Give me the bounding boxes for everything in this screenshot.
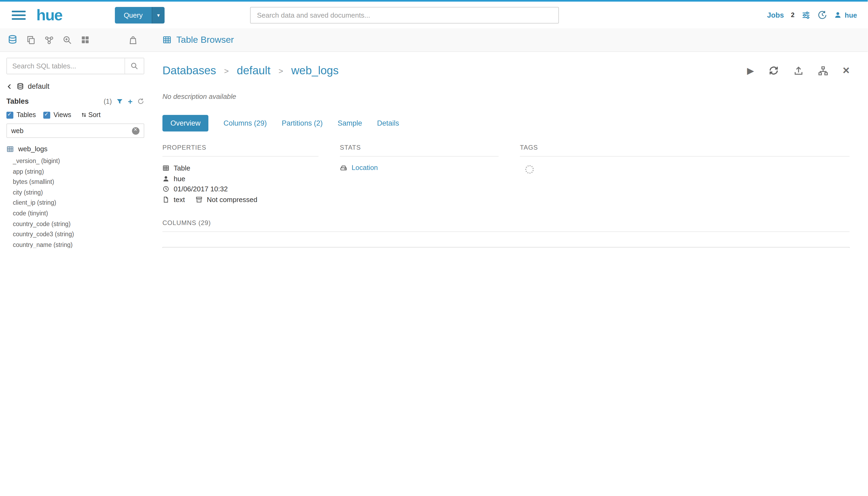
tables-count: (1) (104, 97, 112, 105)
property-owner-value: hue (174, 173, 185, 184)
property-owner: hue (162, 173, 318, 184)
tab-details[interactable]: Details (377, 119, 399, 127)
global-search-input[interactable] (250, 7, 559, 23)
app-title: Table Browser (151, 34, 234, 45)
property-compression-value: Not compressed (207, 194, 257, 205)
column-list-item[interactable]: bytes (smallint) (13, 177, 144, 187)
page: hue Query ▾ Jobs 2 hue (0, 0, 868, 248)
history-icon[interactable] (818, 10, 827, 20)
table-list-item[interactable]: web_logs (6, 145, 144, 153)
user-icon (834, 11, 841, 19)
database-breadcrumb[interactable]: default (6, 82, 144, 90)
table-actions: ▶ × (747, 65, 850, 76)
column-list-item[interactable]: _version_ (bigint) (13, 156, 144, 167)
tab-bar: Overview Columns (29) Partitions (2) Sam… (162, 115, 850, 131)
location-label[interactable]: Location (351, 164, 378, 172)
sort-toggle[interactable]: Sort (81, 111, 101, 119)
stats-section: STATS Location (340, 144, 499, 205)
columns-header-type: Type (329, 247, 446, 248)
columns-header-name: Name (201, 247, 329, 248)
column-list-item[interactable]: country_code3 (string) (13, 229, 144, 240)
refresh-icon[interactable] (768, 65, 779, 76)
filter-funnel-icon[interactable] (116, 98, 123, 105)
sliders-icon[interactable] (802, 11, 810, 19)
breadcrumb: Databases > default > web_logs ▶ (162, 64, 850, 77)
tables-label: Tables (6, 97, 29, 105)
lineage-icon[interactable] (818, 65, 828, 76)
tables-checkbox[interactable] (6, 111, 13, 119)
query-button[interactable]: Query ▾ (115, 7, 164, 23)
breadcrumb-separator: > (224, 66, 229, 75)
property-format: text Not compressed (162, 194, 318, 205)
property-created: 01/06/2017 10:32 (162, 184, 318, 194)
clock-icon (162, 186, 169, 193)
query-button-label[interactable]: Query (115, 7, 152, 23)
table-search-button[interactable] (125, 58, 144, 74)
column-list-item[interactable]: app (string) (13, 167, 144, 177)
main-content: Databases > default > web_logs ▶ (151, 52, 868, 248)
upload-icon[interactable] (793, 65, 804, 76)
jobs-link[interactable]: Jobs (767, 11, 784, 19)
database-icon[interactable] (7, 35, 18, 45)
clear-filter-icon[interactable] (132, 127, 140, 135)
jobs-count-badge: 2 (791, 11, 794, 19)
documents-icon[interactable] (26, 35, 36, 45)
caret-down-icon[interactable]: ▾ (152, 7, 164, 23)
table-name[interactable]: web_logs (18, 145, 48, 153)
hamburger-menu-icon[interactable] (12, 8, 26, 22)
magnifier-icon (130, 62, 138, 70)
views-checkbox[interactable] (43, 111, 50, 119)
table-search-input[interactable] (7, 58, 125, 74)
hdd-icon (340, 164, 347, 171)
table-filter-input[interactable] (11, 127, 132, 135)
workflow-icon[interactable] (44, 35, 54, 45)
apps-grid-icon[interactable] (81, 35, 90, 44)
assist-icon-bar (0, 35, 151, 45)
column-list-item[interactable]: city (string) (13, 188, 144, 198)
user-icon (162, 175, 169, 182)
stats-heading: STATS (340, 144, 499, 157)
column-list-item[interactable]: country_code (string) (13, 219, 144, 229)
breadcrumb-database[interactable]: default (237, 64, 270, 77)
hue-logo[interactable]: hue (36, 6, 62, 24)
property-format-value: text (174, 194, 185, 205)
breadcrumb-databases[interactable]: Databases (162, 64, 216, 77)
chevron-left-icon[interactable] (6, 83, 13, 90)
column-list-item[interactable]: code (tinyint) (13, 208, 144, 219)
table-search-group (6, 58, 144, 74)
sub-header: Table Browser (0, 28, 868, 52)
search-plus-icon[interactable] (63, 35, 72, 45)
table-icon (162, 165, 169, 172)
user-menu[interactable]: hue (834, 11, 857, 19)
refresh-small-icon[interactable] (137, 98, 144, 105)
tab-sample[interactable]: Sample (338, 119, 362, 127)
topbar-right: Jobs 2 hue (767, 10, 860, 20)
table-filter-row: Tables Views Sort (6, 111, 144, 119)
close-icon[interactable]: × (842, 65, 850, 76)
loading-spinner (525, 165, 534, 174)
query-table-icon[interactable]: ▶ (747, 65, 754, 76)
bag-icon[interactable] (128, 35, 138, 45)
views-checkbox-label[interactable]: Views (53, 111, 71, 119)
property-type-value: Table (174, 163, 190, 173)
property-created-value: 01/06/2017 10:32 (174, 184, 227, 194)
breadcrumb-table[interactable]: web_logs (291, 64, 338, 77)
tab-overview[interactable]: Overview (162, 115, 209, 131)
tab-columns[interactable]: Columns (29) (224, 119, 267, 127)
tab-partitions[interactable]: Partitions (2) (282, 119, 323, 127)
table-description[interactable]: No description available (162, 92, 850, 100)
add-icon[interactable]: + (128, 97, 132, 105)
column-list-item[interactable]: country_name (string) (13, 240, 144, 248)
archive-icon (195, 196, 203, 203)
location-link[interactable]: Location (340, 164, 499, 172)
database-small-icon (17, 82, 24, 90)
tables-checkbox-label[interactable]: Tables (17, 111, 36, 119)
columns-section-heading: COLUMNS (29) (162, 219, 850, 232)
column-list: _version_ (bigint) app (string) bytes (s… (6, 156, 144, 248)
column-list-item[interactable]: client_ip (string) (13, 198, 144, 208)
sql-assist-panel: default Tables (1) + Tables (0, 52, 151, 248)
table-filter-box (6, 123, 144, 138)
top-bar: hue Query ▾ Jobs 2 hue (0, 0, 868, 28)
database-name[interactable]: default (28, 82, 49, 90)
file-icon (162, 196, 169, 203)
